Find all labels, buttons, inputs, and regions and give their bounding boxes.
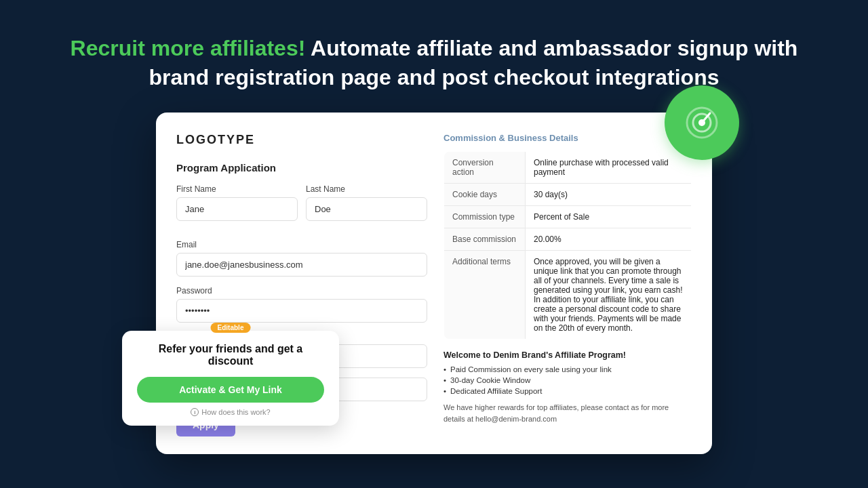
main-card-wrapper: LOGOTYPE Program Application First Name … <box>156 113 712 454</box>
last-name-input[interactable] <box>306 197 427 221</box>
main-card: LOGOTYPE Program Application First Name … <box>156 113 712 454</box>
headline: Recruit more affiliates! Automate affili… <box>0 34 868 92</box>
password-label: Password <box>176 286 427 296</box>
referral-title: Refer your friends and get a discount <box>137 343 324 367</box>
commission-label: Base commission <box>444 228 526 251</box>
welcome-title: Welcome to Denim Brand's Affiliate Progr… <box>443 350 692 360</box>
referral-how: i How does this work? <box>137 408 324 416</box>
commission-value: Percent of Sale <box>526 206 692 228</box>
welcome-footer: We have higher rewards for top affiliate… <box>443 402 692 424</box>
last-name-group: Last Name <box>306 184 427 221</box>
logotype: LOGOTYPE <box>176 133 427 147</box>
email-group: Email <box>176 240 427 277</box>
right-panel: Commission & Business Details Conversion… <box>443 133 692 436</box>
commission-row: Conversion actionOnline purchase with pr… <box>444 152 692 184</box>
welcome-list: Paid Commission on every sale using your… <box>443 365 692 395</box>
commission-label: Additional terms <box>444 251 526 340</box>
first-name-label: First Name <box>176 184 298 194</box>
commission-title: Commission & Business Details <box>443 133 692 143</box>
last-name-label: Last Name <box>306 184 427 194</box>
commission-row: Additional termsOnce approved, you will … <box>444 251 692 340</box>
welcome-list-item: Paid Commission on every sale using your… <box>443 365 692 373</box>
commission-value: Online purchase with processed valid pay… <box>526 152 692 184</box>
commission-row: Commission typePercent of Sale <box>444 206 692 228</box>
commission-value: Once approved, you will be given a uniqu… <box>526 251 692 340</box>
welcome-section: Welcome to Denim Brand's Affiliate Progr… <box>443 350 692 424</box>
commission-label: Conversion action <box>444 152 526 184</box>
welcome-list-item: Dedicated Affiliate Support <box>443 387 692 395</box>
form-section-title: Program Application <box>176 162 427 174</box>
commission-row: Cookie days30 day(s) <box>444 184 692 206</box>
commission-value: 30 day(s) <box>526 184 692 206</box>
welcome-list-item: 30-day Cookie Window <box>443 376 692 384</box>
commission-label: Commission type <box>444 206 526 228</box>
first-name-group: First Name <box>176 184 298 221</box>
radar-icon <box>665 85 739 160</box>
referral-popup: Editable Refer your friends and get a di… <box>122 331 339 426</box>
commission-row: Base commission20.00% <box>444 228 692 251</box>
headline-green: Recruit more affiliates! <box>71 36 306 60</box>
info-icon: i <box>191 408 199 416</box>
first-name-input[interactable] <box>176 197 298 221</box>
name-row: First Name Last Name <box>176 184 427 230</box>
password-input[interactable] <box>176 299 427 323</box>
commission-value: 20.00% <box>526 228 692 251</box>
email-label: Email <box>176 240 427 249</box>
password-group: Password <box>176 286 427 323</box>
editable-badge: Editable <box>211 323 251 333</box>
commission-label: Cookie days <box>444 184 526 206</box>
email-input[interactable] <box>176 253 427 277</box>
left-panel: LOGOTYPE Program Application First Name … <box>176 133 427 436</box>
commission-table: Conversion actionOnline purchase with pr… <box>443 151 692 340</box>
activate-get-my-link-button[interactable]: Activate & Get My Link <box>137 377 324 403</box>
